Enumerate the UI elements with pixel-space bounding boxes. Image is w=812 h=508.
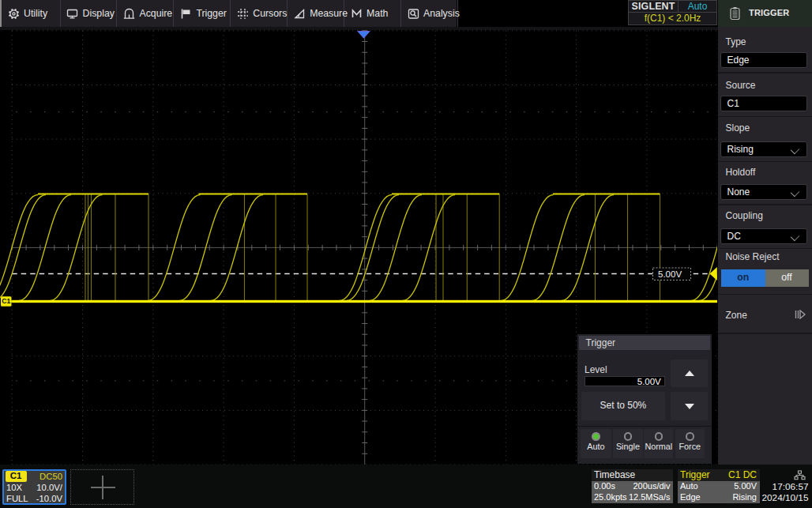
- svg-text:5.00V: 5.00V: [658, 269, 682, 279]
- svg-text:C1: C1: [2, 297, 10, 305]
